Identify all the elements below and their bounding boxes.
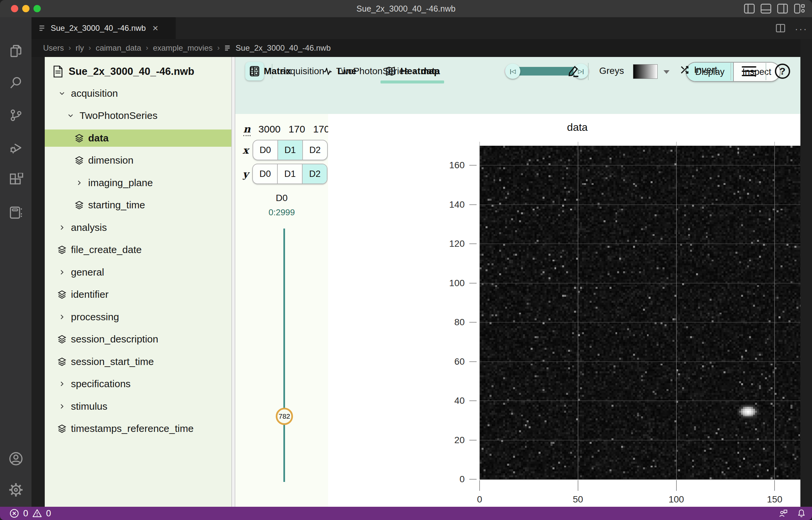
tree-item-timestamps_reference_time[interactable]: timestamps_reference_time bbox=[45, 418, 231, 440]
status-bar: 0 0 bbox=[0, 507, 812, 520]
tree-item-label: TwoPhotonSeries bbox=[79, 110, 157, 121]
tree-item-processing[interactable]: processing bbox=[45, 306, 231, 328]
warning-icon bbox=[32, 509, 42, 518]
breadcrumb-file[interactable]: Sue_2x_3000_40_-46.nwb bbox=[236, 43, 331, 53]
gridline-y bbox=[479, 440, 812, 441]
toggle-secondary-sidebar-icon[interactable] bbox=[777, 4, 788, 14]
tree-item-specifications[interactable]: specifications bbox=[45, 373, 231, 395]
breadcrumb-segment[interactable]: Users bbox=[43, 43, 64, 53]
x-d0-button[interactable]: D0 bbox=[253, 140, 277, 160]
breadcrumb-segment[interactable]: example_movies bbox=[153, 43, 213, 53]
y-tick-label: 0 bbox=[438, 474, 465, 485]
bell-icon[interactable] bbox=[797, 509, 806, 518]
y-tick bbox=[469, 283, 476, 284]
tree-item-TwoPhotonSeries[interactable]: TwoPhotonSeries bbox=[45, 105, 231, 127]
x-d2-button[interactable]: D2 bbox=[302, 140, 327, 160]
tree-item-imaging_plane[interactable]: imaging_plane bbox=[45, 172, 231, 194]
account-icon[interactable] bbox=[0, 451, 31, 466]
run-debug-icon[interactable] bbox=[0, 140, 31, 155]
x-tick-label: 50 bbox=[563, 494, 593, 505]
tree-item-label: timestamps_reference_time bbox=[71, 423, 194, 434]
editor-tab[interactable]: Sue_2x_3000_40_-46.nwb × bbox=[31, 17, 176, 39]
tree-item-file_create_date[interactable]: file_create_date bbox=[45, 239, 231, 261]
shape-row: n 3000 170 170 bbox=[243, 123, 330, 136]
editor-breadcrumb[interactable]: Users›rly›caiman_data›example_movies›Sue… bbox=[0, 39, 812, 57]
chevron-right-icon bbox=[56, 313, 68, 321]
frame-slider-track[interactable] bbox=[284, 229, 285, 482]
y-d1-button[interactable]: D1 bbox=[277, 164, 302, 183]
chevron-down-icon[interactable] bbox=[664, 70, 669, 74]
breadcrumb-segment[interactable]: caiman_data bbox=[96, 43, 141, 53]
tree-item-data[interactable]: data bbox=[45, 127, 231, 149]
help-icon[interactable]: ? bbox=[775, 63, 790, 79]
chevron-right-icon: › bbox=[89, 44, 91, 52]
hamburger-menu-icon[interactable] bbox=[742, 66, 756, 79]
tree-item-label: analysis bbox=[71, 222, 107, 233]
y-tick-label: 140 bbox=[438, 199, 465, 210]
tree-item-identifier[interactable]: identifier bbox=[45, 284, 231, 306]
edit-pen-icon[interactable] bbox=[567, 64, 580, 78]
tab-matrix[interactable]: Matrix bbox=[249, 57, 291, 85]
breadcrumb-segment[interactable]: rly bbox=[76, 43, 84, 53]
frame-slider-handle[interactable]: 782 bbox=[276, 408, 293, 425]
chevron-down-icon bbox=[65, 112, 76, 120]
window-titlebar: Sue_2x_3000_40_-46.nwb bbox=[0, 0, 812, 17]
y-axis-label: y bbox=[243, 168, 248, 180]
search-icon[interactable] bbox=[0, 76, 31, 90]
gridline-x bbox=[578, 142, 579, 479]
invert-label: Invert bbox=[694, 64, 717, 75]
y-d0-button[interactable]: D0 bbox=[253, 164, 277, 183]
toggle-panel-icon[interactable] bbox=[761, 4, 771, 14]
tree-item-dimension[interactable]: dimension bbox=[45, 149, 231, 172]
colormap-label[interactable]: Greys bbox=[599, 66, 624, 76]
tree-item-label: identifier bbox=[71, 289, 108, 300]
problems-indicator[interactable]: 0 0 bbox=[9, 509, 51, 519]
editor-tab-bar: Sue_2x_3000_40_-46.nwb × ··· bbox=[0, 17, 812, 39]
gridline-y bbox=[479, 322, 812, 322]
tree-item-label: file_create_date bbox=[71, 244, 142, 255]
source-control-icon[interactable] bbox=[0, 108, 31, 123]
y-tick-label: 120 bbox=[438, 238, 465, 249]
tree-item-analysis[interactable]: analysis bbox=[45, 216, 231, 239]
x-tick-label: 0 bbox=[465, 494, 494, 505]
x-tick bbox=[774, 480, 775, 491]
tab-heatmap[interactable]: Heatmap bbox=[385, 57, 440, 85]
y-tick-label: 80 bbox=[438, 317, 465, 328]
inspect-mode-button[interactable]: Inspect bbox=[733, 62, 780, 81]
invert-colormap-button[interactable]: Invert bbox=[680, 64, 717, 76]
tab-heatmap-label: Heatmap bbox=[400, 66, 440, 77]
line-chart-icon bbox=[322, 66, 333, 76]
customize-layout-icon[interactable] bbox=[794, 4, 805, 14]
colormap-gradient-swatch[interactable] bbox=[633, 64, 658, 79]
y-d2-button[interactable]: D2 bbox=[302, 164, 327, 183]
tree-item-acquisition[interactable]: acquisition bbox=[45, 82, 231, 105]
tree-item-session_start_time[interactable]: session_start_time bbox=[45, 350, 231, 373]
gridline-y bbox=[479, 283, 812, 284]
chevron-right-icon: › bbox=[217, 44, 220, 52]
feedback-icon[interactable] bbox=[778, 509, 788, 518]
tree-item-stimulus[interactable]: stimulus bbox=[45, 395, 231, 418]
extensions-icon[interactable] bbox=[0, 173, 31, 187]
dataset-icon bbox=[74, 156, 85, 165]
notebook-icon[interactable] bbox=[0, 205, 31, 220]
tab-line[interactable]: Line bbox=[322, 57, 356, 85]
toggle-primary-sidebar-icon[interactable] bbox=[744, 4, 755, 14]
more-actions-icon[interactable]: ··· bbox=[795, 23, 808, 34]
close-tab-icon[interactable]: × bbox=[152, 23, 158, 34]
frame-value: 782 bbox=[278, 412, 290, 420]
heatmap-image[interactable] bbox=[479, 146, 812, 480]
tree-item-session_description[interactable]: session_description bbox=[45, 328, 231, 351]
explorer-icon[interactable] bbox=[0, 44, 31, 58]
y-tick bbox=[469, 361, 476, 362]
gridline-y bbox=[479, 400, 812, 401]
y-tick-label: 40 bbox=[438, 395, 465, 406]
x-d1-button[interactable]: D1 bbox=[277, 140, 302, 160]
range-min-handle[interactable]: |◁ bbox=[505, 63, 520, 79]
tree-scrollbar[interactable] bbox=[231, 57, 235, 507]
split-editor-icon[interactable] bbox=[776, 23, 786, 33]
tree-item-starting_time[interactable]: starting_time bbox=[45, 194, 231, 217]
tree-item-general[interactable]: general bbox=[45, 261, 231, 284]
y-tick bbox=[469, 243, 476, 244]
dataset-icon bbox=[74, 133, 85, 143]
settings-gear-icon[interactable] bbox=[0, 482, 31, 497]
